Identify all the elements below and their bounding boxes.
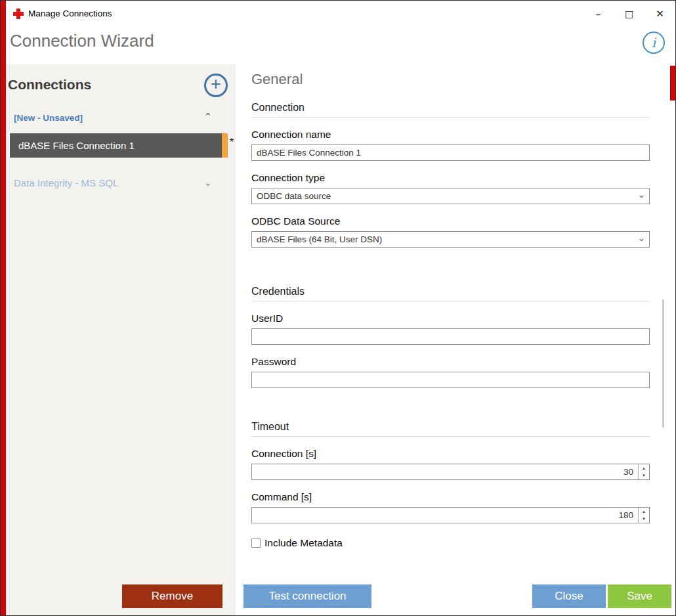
red-cross-app-icon <box>13 9 24 19</box>
titlebar[interactable]: Manage Connections – □ ✕ <box>6 1 675 27</box>
panel-title: General <box>251 71 650 88</box>
section-connection: Connection Connection name Connection ty… <box>251 102 650 248</box>
odbc-source-select[interactable]: dBASE Files (64 Bit, User DSN) <box>251 231 650 248</box>
chevron-up-icon[interactable]: ⌃ <box>203 111 212 123</box>
plus-icon: + <box>211 76 221 93</box>
sidebar-group-data-integrity[interactable]: Data Integrity - MS SQL <box>14 177 118 188</box>
connection-type-label: Connection type <box>251 172 650 184</box>
spinner-up-icon[interactable]: ▴ <box>639 508 649 516</box>
connections-sidebar: Connections + [New - Unsaved] ⌃ dBASE Fi… <box>6 64 236 615</box>
info-icon: i <box>652 35 656 51</box>
field-command-timeout: Command [s] ▴ ▾ <box>251 491 650 523</box>
connection-timeout-label: Connection [s] <box>251 448 650 460</box>
field-userid: UserID <box>251 313 650 345</box>
connection-name-input[interactable] <box>251 144 650 161</box>
save-button[interactable]: Save <box>608 584 671 608</box>
left-accent-stripe <box>1 1 6 615</box>
selected-item-accent-bar <box>222 133 228 158</box>
right-accent-stripe <box>670 66 675 100</box>
section-connection-title: Connection <box>251 102 650 118</box>
odbc-source-label: ODBC Data Source <box>251 215 650 227</box>
section-credentials-title: Credentials <box>251 286 650 301</box>
window-close-button[interactable]: ✕ <box>644 1 675 27</box>
include-metadata-checkbox[interactable] <box>251 539 261 548</box>
spinner-down-icon[interactable]: ▾ <box>639 516 649 523</box>
command-timeout-label: Command [s] <box>251 491 650 503</box>
userid-input[interactable] <box>251 328 650 345</box>
password-input[interactable] <box>251 372 650 388</box>
section-timeout: Timeout Connection [s] ▴ ▾ Command [s] ▴ <box>251 421 650 549</box>
window-controls: – □ ✕ <box>583 1 675 27</box>
remove-button[interactable]: Remove <box>122 584 222 608</box>
maximize-icon: □ <box>625 9 633 19</box>
field-odbc-source: ODBC Data Source dBASE Files (64 Bit, Us… <box>251 215 650 248</box>
scrollbar-thumb[interactable] <box>662 299 664 428</box>
section-timeout-title: Timeout <box>251 421 650 437</box>
minimize-icon: – <box>596 8 601 20</box>
field-connection-timeout: Connection [s] ▴ ▾ <box>251 448 650 480</box>
close-icon: ✕ <box>656 8 664 20</box>
command-timeout-input[interactable] <box>251 507 650 523</box>
manage-connections-window: Manage Connections – □ ✕ Connection Wiza… <box>0 0 676 616</box>
command-timeout-spinner[interactable]: ▴ ▾ <box>638 508 649 523</box>
sidebar-group-new-unsaved[interactable]: [New - Unsaved] <box>14 113 83 123</box>
include-metadata-label: Include Metadata <box>264 537 343 549</box>
add-connection-button[interactable]: + <box>204 74 228 97</box>
page-title: Connection Wizard <box>10 31 154 51</box>
window-minimize-button[interactable]: – <box>583 1 614 27</box>
spinner-down-icon[interactable]: ▾ <box>639 472 649 480</box>
field-password: Password <box>251 356 650 388</box>
connection-name-label: Connection name <box>251 129 650 141</box>
general-panel: General Connection Connection name Conne… <box>236 64 675 615</box>
sidebar-item-dbase-connection[interactable]: dBASE Files Connection 1 <box>10 133 228 158</box>
info-button[interactable]: i <box>643 32 665 54</box>
spinner-up-icon[interactable]: ▴ <box>639 464 649 472</box>
close-button[interactable]: Close <box>532 584 606 608</box>
field-connection-type: Connection type ODBC data source ⌄ <box>251 172 650 204</box>
connection-timeout-input[interactable] <box>251 464 650 480</box>
chevron-down-icon[interactable]: ⌄ <box>203 177 212 188</box>
userid-label: UserID <box>251 313 650 324</box>
sidebar-title: Connections <box>8 77 91 93</box>
connection-timeout-spinner[interactable]: ▴ ▾ <box>638 464 649 479</box>
include-metadata-row: Include Metadata <box>251 537 650 549</box>
connection-item-label: dBASE Files Connection 1 <box>10 133 228 158</box>
window-maximize-button[interactable]: □ <box>614 1 644 27</box>
section-credentials: Credentials UserID Password <box>251 286 650 388</box>
field-connection-name: Connection name <box>251 129 650 161</box>
window-title: Manage Connections <box>28 1 112 27</box>
unsaved-asterisk: * <box>230 137 234 148</box>
password-label: Password <box>251 356 650 368</box>
test-connection-button[interactable]: Test connection <box>243 584 371 608</box>
connection-type-select[interactable]: ODBC data source <box>251 188 650 204</box>
